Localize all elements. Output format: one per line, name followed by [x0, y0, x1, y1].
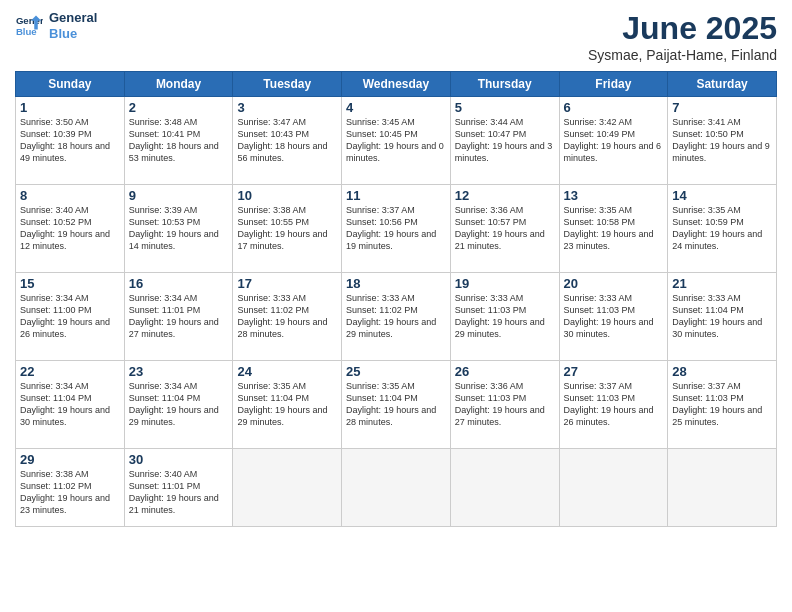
day-number: 6 — [564, 100, 664, 115]
day-cell: 14Sunrise: 3:35 AM Sunset: 10:59 PM Dayl… — [668, 185, 777, 273]
day-number: 3 — [237, 100, 337, 115]
day-cell: 6Sunrise: 3:42 AM Sunset: 10:49 PM Dayli… — [559, 97, 668, 185]
main-title: June 2025 — [588, 10, 777, 47]
day-cell: 10Sunrise: 3:38 AM Sunset: 10:55 PM Dayl… — [233, 185, 342, 273]
day-cell: 17Sunrise: 3:33 AM Sunset: 11:02 PM Dayl… — [233, 273, 342, 361]
week-row-3: 15Sunrise: 3:34 AM Sunset: 11:00 PM Dayl… — [16, 273, 777, 361]
day-cell: 4Sunrise: 3:45 AM Sunset: 10:45 PM Dayli… — [342, 97, 451, 185]
day-cell: 20Sunrise: 3:33 AM Sunset: 11:03 PM Dayl… — [559, 273, 668, 361]
col-header-wednesday: Wednesday — [342, 72, 451, 97]
day-info: Sunrise: 3:34 AM Sunset: 11:04 PM Daylig… — [20, 380, 120, 429]
day-info: Sunrise: 3:38 AM Sunset: 11:02 PM Daylig… — [20, 468, 120, 517]
day-cell: 8Sunrise: 3:40 AM Sunset: 10:52 PM Dayli… — [16, 185, 125, 273]
day-number: 14 — [672, 188, 772, 203]
day-info: Sunrise: 3:35 AM Sunset: 11:04 PM Daylig… — [237, 380, 337, 429]
day-cell: 1Sunrise: 3:50 AM Sunset: 10:39 PM Dayli… — [16, 97, 125, 185]
week-row-2: 8Sunrise: 3:40 AM Sunset: 10:52 PM Dayli… — [16, 185, 777, 273]
day-number: 17 — [237, 276, 337, 291]
day-cell: 19Sunrise: 3:33 AM Sunset: 11:03 PM Dayl… — [450, 273, 559, 361]
day-number: 15 — [20, 276, 120, 291]
day-info: Sunrise: 3:33 AM Sunset: 11:03 PM Daylig… — [455, 292, 555, 341]
day-info: Sunrise: 3:48 AM Sunset: 10:41 PM Daylig… — [129, 116, 229, 165]
day-cell: 13Sunrise: 3:35 AM Sunset: 10:58 PM Dayl… — [559, 185, 668, 273]
day-cell: 29Sunrise: 3:38 AM Sunset: 11:02 PM Dayl… — [16, 449, 125, 527]
col-header-sunday: Sunday — [16, 72, 125, 97]
day-info: Sunrise: 3:45 AM Sunset: 10:45 PM Daylig… — [346, 116, 446, 165]
day-cell — [450, 449, 559, 527]
day-cell: 26Sunrise: 3:36 AM Sunset: 11:03 PM Dayl… — [450, 361, 559, 449]
day-number: 23 — [129, 364, 229, 379]
day-cell: 2Sunrise: 3:48 AM Sunset: 10:41 PM Dayli… — [124, 97, 233, 185]
day-info: Sunrise: 3:39 AM Sunset: 10:53 PM Daylig… — [129, 204, 229, 253]
logo-text-blue: Blue — [49, 26, 97, 42]
day-info: Sunrise: 3:33 AM Sunset: 11:02 PM Daylig… — [237, 292, 337, 341]
day-cell: 5Sunrise: 3:44 AM Sunset: 10:47 PM Dayli… — [450, 97, 559, 185]
day-number: 11 — [346, 188, 446, 203]
day-cell: 28Sunrise: 3:37 AM Sunset: 11:03 PM Dayl… — [668, 361, 777, 449]
day-cell: 23Sunrise: 3:34 AM Sunset: 11:04 PM Dayl… — [124, 361, 233, 449]
day-number: 4 — [346, 100, 446, 115]
day-info: Sunrise: 3:34 AM Sunset: 11:04 PM Daylig… — [129, 380, 229, 429]
svg-text:Blue: Blue — [16, 25, 37, 36]
page: General Blue General Blue June 2025 Sysm… — [0, 0, 792, 612]
day-number: 9 — [129, 188, 229, 203]
day-number: 21 — [672, 276, 772, 291]
day-info: Sunrise: 3:35 AM Sunset: 10:58 PM Daylig… — [564, 204, 664, 253]
day-cell: 27Sunrise: 3:37 AM Sunset: 11:03 PM Dayl… — [559, 361, 668, 449]
day-cell: 18Sunrise: 3:33 AM Sunset: 11:02 PM Dayl… — [342, 273, 451, 361]
day-cell: 22Sunrise: 3:34 AM Sunset: 11:04 PM Dayl… — [16, 361, 125, 449]
day-number: 12 — [455, 188, 555, 203]
day-number: 25 — [346, 364, 446, 379]
day-info: Sunrise: 3:34 AM Sunset: 11:00 PM Daylig… — [20, 292, 120, 341]
day-cell: 12Sunrise: 3:36 AM Sunset: 10:57 PM Dayl… — [450, 185, 559, 273]
day-cell — [342, 449, 451, 527]
day-number: 18 — [346, 276, 446, 291]
day-info: Sunrise: 3:40 AM Sunset: 10:52 PM Daylig… — [20, 204, 120, 253]
day-cell: 3Sunrise: 3:47 AM Sunset: 10:43 PM Dayli… — [233, 97, 342, 185]
day-info: Sunrise: 3:35 AM Sunset: 11:04 PM Daylig… — [346, 380, 446, 429]
day-cell: 24Sunrise: 3:35 AM Sunset: 11:04 PM Dayl… — [233, 361, 342, 449]
calendar: SundayMondayTuesdayWednesdayThursdayFrid… — [15, 71, 777, 527]
col-header-saturday: Saturday — [668, 72, 777, 97]
day-number: 13 — [564, 188, 664, 203]
logo: General Blue General Blue — [15, 10, 97, 41]
day-number: 22 — [20, 364, 120, 379]
day-info: Sunrise: 3:36 AM Sunset: 11:03 PM Daylig… — [455, 380, 555, 429]
day-info: Sunrise: 3:38 AM Sunset: 10:55 PM Daylig… — [237, 204, 337, 253]
day-info: Sunrise: 3:50 AM Sunset: 10:39 PM Daylig… — [20, 116, 120, 165]
logo-text-general: General — [49, 10, 97, 26]
col-header-friday: Friday — [559, 72, 668, 97]
day-info: Sunrise: 3:35 AM Sunset: 10:59 PM Daylig… — [672, 204, 772, 253]
day-number: 2 — [129, 100, 229, 115]
col-header-thursday: Thursday — [450, 72, 559, 97]
day-info: Sunrise: 3:36 AM Sunset: 10:57 PM Daylig… — [455, 204, 555, 253]
day-info: Sunrise: 3:44 AM Sunset: 10:47 PM Daylig… — [455, 116, 555, 165]
week-row-5: 29Sunrise: 3:38 AM Sunset: 11:02 PM Dayl… — [16, 449, 777, 527]
header: General Blue General Blue June 2025 Sysm… — [15, 10, 777, 63]
day-number: 1 — [20, 100, 120, 115]
day-cell — [559, 449, 668, 527]
header-row: SundayMondayTuesdayWednesdayThursdayFrid… — [16, 72, 777, 97]
title-block: June 2025 Sysmae, Paijat-Hame, Finland — [588, 10, 777, 63]
col-header-monday: Monday — [124, 72, 233, 97]
day-number: 20 — [564, 276, 664, 291]
day-cell: 25Sunrise: 3:35 AM Sunset: 11:04 PM Dayl… — [342, 361, 451, 449]
day-info: Sunrise: 3:34 AM Sunset: 11:01 PM Daylig… — [129, 292, 229, 341]
day-cell: 9Sunrise: 3:39 AM Sunset: 10:53 PM Dayli… — [124, 185, 233, 273]
day-info: Sunrise: 3:40 AM Sunset: 11:01 PM Daylig… — [129, 468, 229, 517]
day-info: Sunrise: 3:42 AM Sunset: 10:49 PM Daylig… — [564, 116, 664, 165]
day-number: 16 — [129, 276, 229, 291]
day-number: 8 — [20, 188, 120, 203]
subtitle: Sysmae, Paijat-Hame, Finland — [588, 47, 777, 63]
day-number: 5 — [455, 100, 555, 115]
day-info: Sunrise: 3:37 AM Sunset: 10:56 PM Daylig… — [346, 204, 446, 253]
day-info: Sunrise: 3:37 AM Sunset: 11:03 PM Daylig… — [564, 380, 664, 429]
day-info: Sunrise: 3:41 AM Sunset: 10:50 PM Daylig… — [672, 116, 772, 165]
day-cell — [233, 449, 342, 527]
day-info: Sunrise: 3:33 AM Sunset: 11:04 PM Daylig… — [672, 292, 772, 341]
day-cell — [668, 449, 777, 527]
day-info: Sunrise: 3:33 AM Sunset: 11:02 PM Daylig… — [346, 292, 446, 341]
week-row-4: 22Sunrise: 3:34 AM Sunset: 11:04 PM Dayl… — [16, 361, 777, 449]
day-number: 24 — [237, 364, 337, 379]
day-number: 28 — [672, 364, 772, 379]
